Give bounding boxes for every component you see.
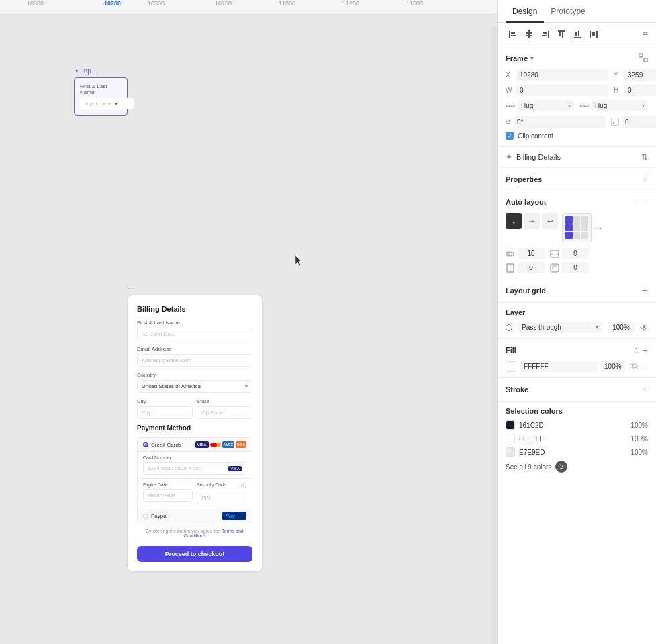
canvas-scrollbar[interactable] bbox=[491, 27, 497, 644]
spacing-input[interactable] bbox=[518, 248, 545, 259]
layer-blend-select[interactable]: Pass through ▾ bbox=[518, 322, 602, 333]
layer-opacity-input[interactable]: 100% bbox=[608, 322, 635, 333]
expire-security-row: Expire Date Month/Year Security Code ⓘ bbox=[138, 479, 252, 508]
security-input[interactable]: PIN bbox=[197, 492, 246, 504]
proceed-button[interactable]: Proceed to checkout bbox=[137, 546, 252, 562]
layout-grid-add-icon[interactable]: + bbox=[642, 285, 648, 297]
rotation-icon: ↺ bbox=[506, 118, 511, 126]
layout-horizontal-btn[interactable]: → bbox=[524, 213, 540, 229]
color-swatch-1[interactable] bbox=[506, 434, 515, 443]
fill-opacity[interactable]: 100% bbox=[601, 361, 625, 372]
frame-resize-icon[interactable] bbox=[639, 53, 648, 64]
svg-rect-4 bbox=[526, 32, 532, 34]
billing-ellipsis: ... bbox=[128, 282, 262, 291]
color-swatch-0[interactable] bbox=[506, 420, 515, 430]
clip-checkbox[interactable]: ✓ bbox=[506, 132, 514, 140]
rotation-input[interactable] bbox=[514, 116, 606, 128]
w-input[interactable] bbox=[516, 85, 608, 96]
fill-swatch[interactable] bbox=[506, 361, 516, 372]
paypal-icon: PayPal bbox=[222, 512, 246, 520]
svg-rect-30 bbox=[551, 264, 559, 272]
align-top-icon[interactable] bbox=[554, 27, 569, 42]
card-number-section: Card Number 1234 5555 6600 4 555 VISA bbox=[138, 452, 252, 479]
tab-design[interactable]: Design bbox=[506, 0, 544, 23]
padding-v-input[interactable] bbox=[518, 262, 545, 273]
hug-h-select[interactable]: Hug ▾ bbox=[592, 100, 648, 111]
credit-radio[interactable] bbox=[143, 442, 148, 447]
expire-input[interactable]: Month/Year bbox=[143, 489, 193, 502]
input-component-label: First & Last Name bbox=[80, 83, 122, 95]
fill-remove-icon[interactable]: − bbox=[643, 361, 648, 372]
properties-add-icon[interactable]: + bbox=[642, 173, 648, 185]
security-label: Security Code ⓘ bbox=[197, 482, 246, 490]
hug-w-select[interactable]: Hug ▾ bbox=[518, 100, 574, 111]
svg-rect-16 bbox=[596, 31, 598, 38]
plugin-sort-icon[interactable]: ⇅ bbox=[641, 152, 648, 162]
fill-title: Fill bbox=[506, 346, 516, 354]
align-left-icon[interactable] bbox=[506, 27, 520, 42]
align-bottom-icon[interactable] bbox=[570, 27, 585, 42]
zip-input[interactable]: Zip Code bbox=[197, 406, 252, 419]
canvas-input-frame: ✦ Inp... First & Last Name Input name ▾ bbox=[74, 67, 128, 116]
paypal-option[interactable]: Paypal PayPal bbox=[138, 508, 252, 524]
svg-rect-14 bbox=[578, 31, 579, 36]
svg-rect-11 bbox=[562, 32, 563, 38]
email-input[interactable]: Address@email.com bbox=[137, 354, 252, 367]
ruler-tick-3: 10500 bbox=[148, 0, 165, 7]
frame-expand-icon: ▾ bbox=[530, 55, 534, 62]
first-last-input[interactable]: i.e. John Doe bbox=[137, 328, 252, 340]
stroke-add-icon[interactable]: + bbox=[642, 383, 648, 396]
tab-prototype[interactable]: Prototype bbox=[544, 0, 592, 23]
plugin-row: ✦ Billing Details ⇅ bbox=[498, 147, 656, 168]
color-swatch-2[interactable] bbox=[506, 447, 515, 457]
h-input[interactable] bbox=[624, 85, 656, 96]
hug-h-icon: ⟺ bbox=[579, 102, 589, 109]
align-more-icon[interactable]: ≡ bbox=[643, 29, 648, 40]
layout-vertical-btn[interactable]: ↓ bbox=[506, 213, 522, 229]
h-label: H bbox=[614, 87, 622, 94]
city-input[interactable]: City bbox=[137, 406, 193, 419]
paypal-label: Paypal bbox=[151, 513, 167, 519]
resize-input[interactable] bbox=[562, 262, 589, 273]
payment-options: Credit Cards VISA AMEX DISC bbox=[137, 437, 252, 524]
distribute-icon[interactable] bbox=[586, 27, 601, 42]
see-all-button[interactable]: See all 9 colors 2 bbox=[506, 461, 648, 473]
security-field: Security Code ⓘ PIN bbox=[197, 482, 246, 504]
color-opacity-1: 100% bbox=[630, 435, 648, 443]
country-field: Country United States of America ▾ bbox=[137, 372, 252, 393]
layout-grid-viz[interactable] bbox=[562, 213, 592, 242]
credit-card-option[interactable]: Credit Cards VISA AMEX DISC bbox=[138, 438, 252, 452]
align-center-h-icon[interactable] bbox=[522, 27, 536, 42]
w-label: W bbox=[506, 87, 514, 94]
layer-eye-icon[interactable]: 👁 bbox=[640, 323, 648, 332]
color-row-2: E7E9ED 100% bbox=[506, 447, 648, 457]
country-dropdown-arrow: ▾ bbox=[245, 383, 248, 389]
layout-grid-row: Layout grid + bbox=[498, 279, 656, 303]
corner-radius-input[interactable] bbox=[622, 116, 656, 128]
svg-rect-13 bbox=[575, 32, 577, 36]
y-input[interactable] bbox=[624, 69, 656, 81]
layout-more-icon[interactable]: ··· bbox=[594, 222, 602, 233]
country-select[interactable]: United States of America ▾ bbox=[137, 380, 252, 393]
layer-title: Layer bbox=[506, 308, 525, 316]
spacing-field bbox=[506, 248, 545, 259]
align-right-icon[interactable] bbox=[538, 27, 553, 42]
fill-hidden-icon[interactable] bbox=[629, 362, 639, 371]
layout-wrap-btn[interactable]: ↩ bbox=[542, 213, 558, 229]
plugin-label-text: Billing Details bbox=[516, 153, 561, 161]
resize-field bbox=[550, 262, 589, 273]
paypal-radio[interactable] bbox=[143, 514, 148, 519]
fill-drag-icon[interactable]: :: bbox=[635, 344, 640, 355]
x-input[interactable] bbox=[516, 69, 608, 81]
fill-hex[interactable]: FFFFFF bbox=[520, 361, 597, 372]
svg-rect-0 bbox=[509, 31, 510, 38]
svg-rect-1 bbox=[511, 32, 515, 34]
fill-add-icon[interactable]: + bbox=[643, 344, 648, 355]
city-field: City City bbox=[137, 398, 193, 419]
card-number-input[interactable]: 1234 5555 6600 4 555 VISA bbox=[143, 462, 246, 475]
auto-layout-remove-icon[interactable]: — bbox=[639, 197, 648, 208]
svg-line-20 bbox=[643, 57, 644, 58]
padding-h-input[interactable] bbox=[562, 248, 589, 259]
padding-h-icon bbox=[550, 249, 559, 259]
terms-link[interactable]: Terms and Conditions bbox=[183, 528, 243, 538]
